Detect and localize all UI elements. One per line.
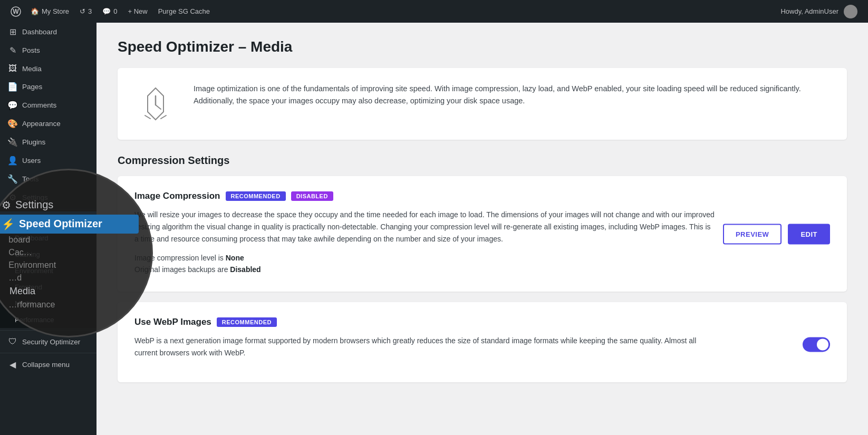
compression-section-heading: Compression Settings xyxy=(118,154,847,167)
tools-icon: 🔧 xyxy=(7,174,18,184)
image-compression-title: Image Compression xyxy=(134,191,220,201)
svg-text:W: W xyxy=(13,8,19,15)
clock-icon xyxy=(134,83,177,125)
sidebar-item-posts[interactable]: ✎ Posts xyxy=(0,41,97,60)
sidebar-item-appearance[interactable]: 🎨 Appearance xyxy=(0,114,97,133)
sidebar-item-security-optimizer[interactable]: 🛡 Security Optimizer xyxy=(0,333,97,351)
main-content: Speed Optimizer – Media Image optimizati… xyxy=(97,23,868,435)
speed-optimizer-submenu: Dashboard Caching Environment Frontend M… xyxy=(0,230,97,328)
speed-optimizer-icon: ⚡ xyxy=(7,216,18,226)
edit-button[interactable]: EDIT xyxy=(788,224,830,244)
svg-line-5 xyxy=(145,115,150,119)
sidebar-item-media[interactable]: 🖼 Media xyxy=(0,60,97,78)
purge-cache-button[interactable]: Purge SG Cache xyxy=(153,0,215,23)
sidebar-collapse-button[interactable]: ◀ Collapse menu xyxy=(0,355,97,374)
home-icon: 🏠 xyxy=(31,7,39,15)
sidebar-item-comments[interactable]: 💬 Comments xyxy=(0,96,97,114)
image-compression-card: Image Compression RECOMMENDED DISABLED W… xyxy=(118,176,847,292)
posts-icon: ✎ xyxy=(7,45,18,55)
sidebar-item-so-frontend[interactable]: Frontend xyxy=(0,279,97,295)
sidebar-item-so-dashboard[interactable]: Dashboard xyxy=(0,230,97,246)
webp-recommended-badge: RECOMMENDED xyxy=(217,317,277,327)
plugins-icon: 🔌 xyxy=(7,137,18,147)
sidebar-item-so-media[interactable]: Media xyxy=(0,295,97,312)
image-compression-header: Image Compression RECOMMENDED DISABLED xyxy=(134,191,830,201)
webp-toggle-wrap xyxy=(803,337,830,354)
sidebar-divider-3 xyxy=(0,353,97,353)
disabled-badge: DISABLED xyxy=(291,191,333,201)
sidebar-item-settings[interactable]: ⚙ Settings xyxy=(0,188,97,207)
new-item[interactable]: + New xyxy=(122,0,152,23)
pages-icon: 📄 xyxy=(7,82,18,92)
sidebar-item-so-environment[interactable]: Environment xyxy=(0,263,97,279)
info-card-text: Image optimization is one of the fundame… xyxy=(194,83,830,107)
collapse-icon: ◀ xyxy=(7,360,18,370)
users-icon: 👤 xyxy=(7,156,18,166)
media-icon: 🖼 xyxy=(7,64,18,73)
wp-logo[interactable]: W xyxy=(6,0,25,23)
admin-user-info: Howdy, AdminUser xyxy=(780,5,862,18)
compression-level-info: Image compression level is None xyxy=(134,254,830,262)
image-compression-body: We will resize your images to decrease t… xyxy=(134,209,715,245)
sidebar-item-so-performance[interactable]: Performance xyxy=(0,312,97,328)
page-title: Speed Optimizer – Media xyxy=(118,38,847,55)
admin-bar: W 🏠 My Store ↺ 3 💬 0 + New Purge SG Cach… xyxy=(0,0,868,23)
sidebar-item-dashboard[interactable]: ⊞ Dashboard xyxy=(0,23,97,41)
avatar[interactable] xyxy=(844,5,857,18)
svg-line-6 xyxy=(161,115,166,119)
site-name[interactable]: 🏠 My Store xyxy=(25,0,74,23)
comments-sidebar-icon: 💬 xyxy=(7,100,18,110)
preview-button[interactable]: PREVIEW xyxy=(723,224,782,244)
backup-info: Original images backups are Disabled xyxy=(134,265,830,274)
updates-icon: ↺ xyxy=(80,7,85,15)
info-card: Image optimization is one of the fundame… xyxy=(118,68,847,140)
webp-title: Use WebP Images xyxy=(134,317,211,327)
webp-body: WebP is a next generation image format s… xyxy=(134,335,715,359)
appearance-icon: 🎨 xyxy=(7,119,18,129)
sidebar-item-tools[interactable]: 🔧 Tools xyxy=(0,170,97,188)
sidebar-item-pages[interactable]: 📄 Pages xyxy=(0,78,97,96)
sidebar-item-plugins[interactable]: 🔌 Plugins xyxy=(0,133,97,151)
sidebar-item-users[interactable]: 👤 Users xyxy=(0,151,97,170)
settings-icon: ⚙ xyxy=(7,192,18,202)
sidebar-divider-2 xyxy=(0,330,97,331)
svg-line-4 xyxy=(156,105,161,109)
dashboard-icon: ⊞ xyxy=(7,27,18,37)
webp-card: Use WebP Images RECOMMENDED WebP is a ne… xyxy=(118,302,847,382)
image-compression-actions: PREVIEW EDIT xyxy=(723,224,830,244)
webp-header: Use WebP Images RECOMMENDED xyxy=(134,317,830,327)
comments-item[interactable]: 💬 0 xyxy=(97,0,122,23)
webp-toggle[interactable] xyxy=(803,337,830,352)
sidebar-item-speed-optimizer[interactable]: ⚡ Speed Optimizer xyxy=(0,211,97,230)
comments-icon: 💬 xyxy=(102,7,111,15)
recommended-badge: RECOMMENDED xyxy=(226,191,286,201)
sidebar: ⊞ Dashboard ✎ Posts 🖼 Media 📄 Pages 💬 Co… xyxy=(0,23,97,435)
sidebar-divider xyxy=(0,209,97,209)
updates-item[interactable]: ↺ 3 xyxy=(74,0,97,23)
sidebar-item-so-caching[interactable]: Caching xyxy=(0,246,97,263)
security-icon: 🛡 xyxy=(7,337,18,346)
